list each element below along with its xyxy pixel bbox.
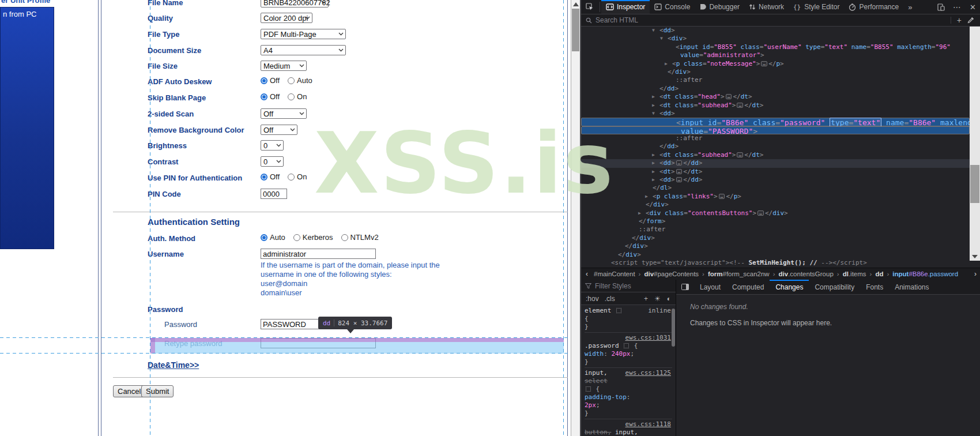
text-input-username[interactable]: administrator — [261, 249, 376, 259]
node-picker-button[interactable] — [581, 0, 598, 14]
collapse-arrow-icon[interactable]: ▼ — [652, 110, 655, 118]
stylesheet-link[interactable]: ews.css:1031 — [625, 334, 671, 342]
radio-button[interactable] — [293, 234, 300, 241]
radio-button[interactable] — [261, 93, 267, 100]
expand-arrow-icon[interactable]: ▶ — [645, 193, 648, 201]
css-rule-line[interactable]: padding-top: — [585, 393, 672, 401]
radio-button[interactable] — [288, 174, 295, 181]
markup-scrollbar-thumb[interactable] — [970, 165, 979, 203]
css-rule-line[interactable]: } — [585, 323, 672, 333]
markup-row[interactable]: </dl> — [581, 184, 970, 192]
expand-arrow-icon[interactable]: ▶ — [652, 151, 655, 159]
css-rule-line[interactable]: } — [585, 409, 672, 419]
breadcrumb-item[interactable]: #mainContent — [593, 270, 636, 277]
close-icon[interactable]: ✕ — [966, 3, 980, 12]
collapsed-content-badge[interactable]: … — [676, 160, 683, 166]
markup-row[interactable]: </div> — [581, 251, 970, 259]
css-rule-line[interactable]: { — [585, 315, 672, 323]
datetime-link[interactable]: Date&Time>> — [148, 360, 199, 370]
markup-row[interactable]: </dd> — [581, 142, 970, 151]
collapse-arrow-icon[interactable]: ▼ — [660, 35, 663, 43]
markup-row[interactable]: ▶<p class="noteMessage">…</p> — [581, 60, 970, 68]
filter-styles-input[interactable]: Filter Styles — [581, 280, 676, 292]
collapsed-content-badge[interactable]: … — [676, 169, 683, 174]
breadcrumb-item[interactable]: input#B86e.password — [891, 270, 959, 277]
markup-row[interactable]: </div> — [581, 242, 970, 250]
expand-arrow-icon[interactable]: ▶ — [652, 93, 655, 101]
collapsed-content-badge[interactable]: … — [761, 61, 767, 66]
radio-button[interactable] — [261, 174, 267, 181]
markup-row[interactable]: ▶<dd>…</dd> — [581, 159, 970, 167]
expand-arrow-icon[interactable]: ▶ — [665, 60, 668, 68]
css-rule-line[interactable]: ews.css:1031 — [585, 334, 672, 342]
page-scrollbar-thumb[interactable] — [572, 9, 579, 51]
css-rule-line[interactable]: ews.css:1118 — [585, 420, 672, 429]
markup-row[interactable]: ::after — [581, 134, 970, 142]
collapsed-content-badge[interactable]: … — [676, 177, 683, 182]
tab-changes[interactable]: Changes — [770, 280, 809, 294]
devtools-tab-style-editor[interactable]: {}Style Editor — [789, 0, 844, 14]
add-rule-button[interactable]: + — [644, 295, 648, 303]
scroll-down-icon[interactable] — [970, 253, 980, 261]
expand-arrow-icon[interactable]: ▶ — [652, 168, 655, 176]
breadcrumb-item[interactable]: div#pageContents — [643, 270, 700, 277]
devtools-tab-debugger[interactable]: Debugger — [695, 0, 744, 14]
css-rule-line[interactable]: input,ews.css:1125 — [585, 369, 672, 377]
tab-computed[interactable]: Computed — [726, 280, 770, 294]
rules-scrollbar-thumb[interactable] — [672, 309, 675, 347]
collapsed-content-badge[interactable]: … — [737, 103, 743, 108]
more-tabs-button[interactable]: » — [903, 0, 915, 14]
page-scrollbar[interactable] — [571, 0, 581, 436]
markup-row[interactable]: <script type="text/javascript"><!-- SetM… — [581, 259, 970, 267]
cancel-button[interactable]: Cancel — [113, 385, 145, 397]
markup-row[interactable]: </form> — [581, 217, 970, 225]
class-toggle[interactable]: .cls — [605, 295, 615, 303]
markup-row[interactable]: ▼<dd> — [581, 27, 970, 35]
light-scheme-icon[interactable]: ☀ — [654, 295, 661, 303]
select-2-sided-scan[interactable]: Off — [261, 108, 307, 119]
tab-compatibility[interactable]: Compatibility — [809, 280, 860, 294]
markup-row[interactable]: </div> — [581, 201, 970, 209]
devtools-menu-button[interactable]: ⋯ — [949, 2, 966, 12]
markup-row[interactable]: value="administrator"> — [581, 51, 970, 59]
css-rule-line[interactable]: select — [585, 377, 672, 385]
expand-arrow-icon[interactable]: ▶ — [652, 102, 655, 110]
css-rule-line[interactable]: 2px; — [585, 401, 672, 409]
markup-row[interactable]: <input id="B855" class="userName" type="… — [581, 43, 970, 51]
markup-row[interactable]: </div> — [581, 234, 970, 242]
css-rule-line[interactable]: { — [585, 385, 672, 393]
devtools-tab-console[interactable]: Console — [650, 0, 695, 14]
markup-row[interactable]: ▶<div class="contentsButtons">…</div> — [581, 209, 970, 217]
select-file-type[interactable]: PDF Multi-Page — [261, 29, 346, 39]
radio-button[interactable] — [261, 234, 267, 241]
markup-row[interactable]: ▶<dt class="subhead">…</dt> — [581, 151, 970, 159]
radio-button[interactable] — [341, 234, 348, 241]
markup-row[interactable]: ▶<dt>…</dt> — [581, 168, 970, 176]
scroll-up-icon[interactable] — [573, 2, 579, 6]
collapsed-content-badge[interactable]: … — [726, 94, 732, 99]
css-rule-line[interactable]: .password { — [585, 342, 672, 350]
collapsed-content-badge[interactable]: … — [737, 152, 743, 157]
breadcrumb-item[interactable]: dd — [874, 270, 884, 277]
select-file-name[interactable]: BRNB42200607762 — [261, 0, 329, 7]
css-rule-line[interactable]: } — [585, 358, 672, 368]
markup-row[interactable]: ▶<dd>…</dd> — [581, 176, 970, 184]
css-rule-line[interactable]: element inline — [585, 307, 672, 315]
select-file-size[interactable]: Medium — [261, 61, 307, 71]
stylesheet-link[interactable]: ews.css:1118 — [625, 420, 671, 429]
stylesheet-link[interactable]: ews.css:1125 — [625, 369, 671, 377]
select-document-size[interactable]: A4 — [261, 45, 346, 55]
breadcrumb-back-icon[interactable]: ‹ — [581, 270, 593, 278]
pseudo-class-toggle[interactable]: :hov — [586, 295, 599, 303]
devtools-tab-network[interactable]: Network — [744, 0, 789, 14]
tab-layout[interactable]: Layout — [694, 280, 726, 294]
eyedropper-icon[interactable] — [967, 17, 974, 24]
tab-fonts[interactable]: Fonts — [860, 280, 889, 294]
add-node-button[interactable]: + — [957, 16, 962, 25]
select-remove-background-color[interactable]: Off — [261, 125, 297, 135]
select-quality[interactable]: Color 200 dpi — [261, 13, 312, 23]
submit-button[interactable]: Submit — [141, 385, 174, 397]
radio-button[interactable] — [288, 93, 295, 100]
devtools-tab-inspector[interactable]: Inspector — [601, 0, 650, 14]
collapse-arrow-icon[interactable]: ▼ — [652, 27, 655, 35]
